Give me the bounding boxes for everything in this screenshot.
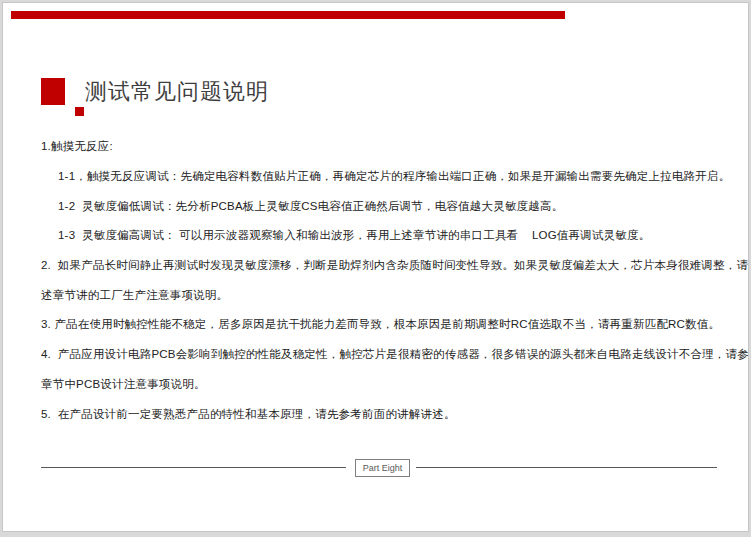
title-bullet-square bbox=[41, 78, 65, 105]
body-text-line: 1-2 灵敏度偏低调试：先分析PCBA板上灵敏度CS电容值正确然后调节，电容值越… bbox=[41, 191, 734, 221]
slide-title: 测试常见问题说明 bbox=[85, 77, 269, 107]
body-text-line: 4. 产品应用设计电路PCB会影响到触控的性能及稳定性，触控芯片是很精密的传感器… bbox=[41, 340, 734, 370]
body-text-line: 章节中PCB设计注意事项说明。 bbox=[41, 370, 734, 400]
top-accent-bar bbox=[11, 11, 565, 19]
body-text-line: 2. 如果产品长时间静止再测试时发现灵敏度漂移，判断是助焊剂内含杂质随时间变性导… bbox=[41, 251, 734, 281]
footer: Part Eight bbox=[3, 458, 748, 478]
body-text-line: 1-3 灵敏度偏高调试： 可以用示波器观察输入和输出波形，再用上述章节讲的串口工… bbox=[41, 221, 734, 251]
footer-divider-left bbox=[41, 467, 346, 468]
footer-part-badge: Part Eight bbox=[355, 459, 410, 477]
body-text-line: 述章节讲的工厂生产注意事项说明。 bbox=[41, 280, 734, 310]
footer-divider-right bbox=[416, 467, 717, 468]
slide-page: 测试常见问题说明 1.触摸无反应: 1-1，触摸无反应调试：先确定电容料数值贴片… bbox=[2, 2, 749, 532]
title-bullet-square-small bbox=[75, 107, 84, 116]
body-text-line: 5. 在产品设计前一定要熟悉产品的特性和基本原理，请先参考前面的讲解讲述。 bbox=[41, 399, 734, 429]
slide-canvas: { "slide": { "title": "测试常见问题说明", "foote… bbox=[0, 0, 751, 537]
body-text-block: 1.触摸无反应: 1-1，触摸无反应调试：先确定电容料数值贴片正确，再确定芯片的… bbox=[41, 132, 734, 429]
body-text-line: 3. 产品在使用时触控性能不稳定，居多原因是抗干扰能力差而导致，根本原因是前期调… bbox=[41, 310, 734, 340]
body-text-line: 1.触摸无反应: bbox=[41, 132, 734, 162]
body-text-line: 1-1，触摸无反应调试：先确定电容料数值贴片正确，再确定芯片的程序输出端口正确，… bbox=[41, 162, 734, 192]
